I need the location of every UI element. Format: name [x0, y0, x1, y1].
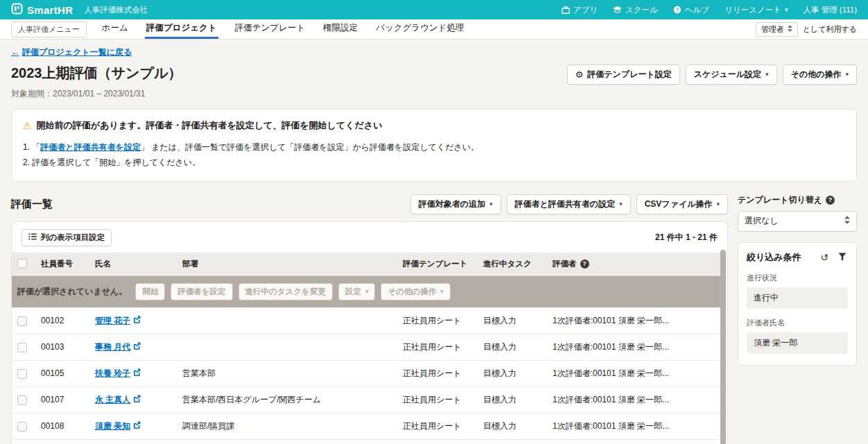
external-link-icon — [133, 395, 141, 404]
step1-pre: 1. 「 — [23, 142, 40, 152]
selection-action-button[interactable]: その他の操作 ▾ — [381, 283, 450, 300]
hr-evaluation-menu-button[interactable]: 人事評価メニュー — [11, 22, 87, 37]
column-header-label: 氏名 — [95, 259, 111, 269]
page-actions: ⚙ 評価テンプレート設定 スケジュール設定 ▾ その他の操作 ▾ — [567, 65, 857, 85]
table-scrollbar[interactable] — [720, 250, 726, 444]
template-switch-label: テンプレート切り替え — [738, 194, 822, 206]
employee-name-link[interactable]: 管理 花子 — [95, 315, 141, 327]
step1-post: 」 または、評価一覧で評価を選択して「評価者を設定」から評価者を設定してください… — [141, 142, 479, 152]
title-row: 2023上期評価（サンプル） ⚙ 評価テンプレート設定 スケジュール設定 ▾ そ… — [11, 65, 857, 85]
back-to-project-list-link[interactable]: ← 評価プロジェクト一覧に戻る — [11, 46, 132, 58]
select-all-checkbox[interactable] — [17, 259, 27, 268]
employee-name-link[interactable]: 扶養 玲子 — [95, 368, 141, 379]
tab-label: 評価プロジェクト — [146, 22, 217, 34]
list-title: 評価一覧 — [11, 198, 53, 211]
page-action-button-label: その他の操作 — [791, 69, 842, 80]
page-action-button[interactable]: ⚙ 評価テンプレート設定 — [567, 65, 680, 85]
filter-card-header: 絞り込み条件 ↺ — [747, 251, 848, 264]
filter-conditions-card: 絞り込み条件 ↺ 進行状況 進行中 評価者氏名 須磨 栄一 — [738, 242, 857, 366]
tab-active[interactable]: 評価プロジェクト — [145, 19, 218, 39]
cell-department: 営業本部/西日本グループ/関西チーム — [177, 386, 397, 413]
topbar-menu-item-label: ヘルプ — [685, 5, 709, 15]
set-evaluators-link[interactable]: 評価者と評価共有者を設定 — [40, 142, 141, 152]
caret-down-icon: ▾ — [785, 7, 788, 13]
cell-department — [177, 334, 397, 360]
evaluation-table-card: 列の表示項目設定 21 件中 1 - 21 件 社員番号 — [11, 221, 728, 444]
topbar-menu-item-label: アプリ — [573, 5, 598, 15]
notice-title-row: ⚠ 開始前の評価があります。評価者・評価共有者を設定して、評価を開始してください — [23, 119, 845, 132]
row-checkbox[interactable] — [17, 316, 27, 326]
row-checkbox[interactable] — [17, 395, 27, 405]
tab-label: ホーム — [102, 22, 128, 34]
template-select[interactable]: 選択なし — [738, 211, 857, 232]
filter-icon-buttons: ↺ — [819, 251, 848, 264]
role-select[interactable]: 管理者 — [756, 22, 798, 37]
cell-employee-number: 00108 — [35, 413, 89, 439]
row-checkbox[interactable] — [17, 343, 27, 352]
list-action-button[interactable]: 評価対象者の追加 ▾ — [410, 194, 501, 214]
reset-icon: ↺ — [820, 253, 828, 262]
reset-filter-button[interactable]: ↺ — [819, 251, 830, 264]
help-circle-icon[interactable]: ? — [826, 196, 835, 205]
selection-action-button-label: 設定 — [345, 287, 361, 297]
updown-icon — [788, 25, 792, 33]
cell-template: 正社員用シート — [397, 307, 478, 334]
table-scrollbar-thumb[interactable] — [720, 250, 726, 444]
selection-action-button[interactable]: 開始 — [135, 283, 165, 300]
column-settings-button[interactable]: 列の表示項目設定 — [21, 229, 112, 246]
smarthr-brand[interactable]: SmartHR — [11, 3, 73, 17]
cell-employee-number: 00107 — [35, 386, 89, 413]
page-action-button[interactable]: その他の操作 ▾ — [783, 65, 857, 85]
employee-name-link[interactable]: 須磨 美知 — [95, 420, 141, 432]
selection-action-button[interactable]: 評価者を設定 — [171, 283, 232, 300]
filter-field-value[interactable]: 須磨 栄一郎 — [747, 332, 848, 354]
cell-name: 管理 花子 — [89, 307, 177, 334]
result-count: 21 件中 1 - 21 件 — [655, 232, 718, 244]
open-filter-button[interactable] — [837, 251, 848, 264]
topbar-menu-item[interactable]: リリースノート ▾ — [724, 5, 788, 15]
topbar-menu-item[interactable]: ? ヘルプ — [673, 5, 709, 15]
tab-item[interactable]: バックグラウンド処理 — [374, 19, 465, 39]
topbar-menu-item[interactable]: アプリ — [562, 5, 598, 15]
topbar-menu-item[interactable]: 人事 管理 (111) — [803, 5, 857, 15]
column-header-label: 進行中タスク — [483, 259, 532, 269]
column-settings-label: 列の表示項目設定 — [41, 232, 105, 243]
tab-item[interactable]: 権限設定 — [322, 19, 359, 39]
tab-item[interactable]: ホーム — [101, 19, 130, 39]
caret-down-icon: ▾ — [489, 200, 493, 207]
help-circle-icon[interactable]: ? — [580, 259, 589, 268]
back-arrow-icon: ← — [11, 47, 19, 57]
cell-department: 経営管理部 — [177, 439, 397, 444]
row-checkbox[interactable] — [17, 422, 27, 432]
nav-tabs: ホーム 評価プロジェクト 評価テンプレート 権限設定 バックグラウンド処理 — [101, 19, 466, 39]
table-row: 00108 須磨 美知 調達部/購買課 正社員用シート 目標入力 1次評価者:0… — [12, 413, 720, 439]
selection-action-button-label: 評価者を設定 — [177, 287, 225, 297]
smarthr-header: SmartHR 人事評価株式会社 アプリ スクール ? ヘルプ リリースノート … — [0, 0, 868, 19]
filter-field-value[interactable]: 進行中 — [747, 287, 848, 309]
evaluation-table: 社員番号 氏名 部署 評価テンプレート 進行中タスク 評価者 ? — [12, 253, 720, 444]
selection-toolbar: 評価が選択されていません。 開始 評価者を設定 進行中のタスクを変更 設定 ▾ … — [17, 283, 715, 300]
list-action-button[interactable]: 評価者と評価共有者の設定 ▾ — [507, 194, 631, 214]
company-name: 人事評価株式会社 — [84, 5, 148, 15]
smarthr-logo-icon — [11, 3, 23, 17]
topbar-menu-item[interactable]: スクール — [613, 5, 658, 15]
page-action-button-label: スケジュール設定 — [694, 69, 761, 80]
cell-evaluator: 1次評価者:00101 須磨 栄一郎... — [547, 307, 720, 334]
selection-action-button-label: その他の操作 — [388, 287, 436, 297]
row-checkbox[interactable] — [17, 369, 27, 379]
table-row: 00105 扶養 玲子 営業本部 正社員用シート 目標入力 1次評価者:0010… — [12, 360, 720, 386]
selection-action-button[interactable]: 進行中のタスクを変更 — [238, 283, 333, 300]
column-header-label: 評価者 — [553, 259, 577, 269]
back-link-label: 評価プロジェクト一覧に戻る — [22, 46, 132, 58]
role-switcher: 管理者 として利用する — [756, 19, 857, 39]
page-action-button-label: 評価テンプレート設定 — [587, 69, 671, 80]
employee-name-link[interactable]: 永 主真人 — [95, 394, 141, 406]
tab-item[interactable]: 評価テンプレート — [234, 19, 306, 39]
caret-down-icon: ▾ — [619, 200, 623, 207]
selection-action-button[interactable]: 設定 ▾ — [338, 283, 376, 300]
page-action-button[interactable]: スケジュール設定 ▾ — [686, 65, 777, 85]
employee-name-link[interactable]: 事務 月代 — [95, 341, 141, 353]
list-action-button[interactable]: CSVファイル操作 ▾ — [636, 194, 728, 214]
page-content: ← 評価プロジェクト一覧に戻る 2023上期評価（サンプル） ⚙ 評価テンプレー… — [0, 40, 868, 444]
evaluation-table-body: 評価が選択されていません。 開始 評価者を設定 進行中のタスクを変更 設定 ▾ … — [12, 275, 720, 444]
